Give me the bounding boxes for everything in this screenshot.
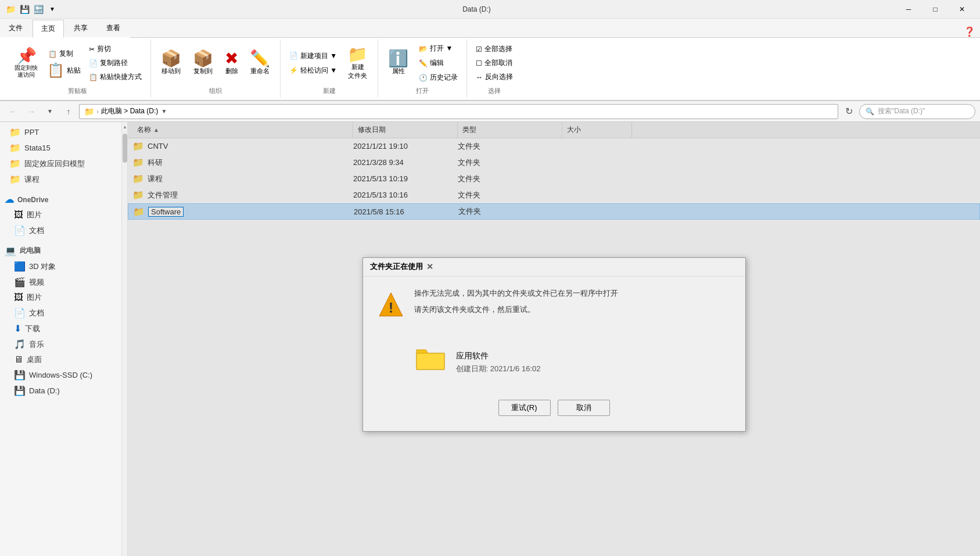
edit-icon: ✏️ bbox=[419, 59, 428, 67]
minimize-button[interactable]: ─ bbox=[895, 0, 922, 19]
ribbon-group-organize: 📦 移动到 📦 复制到 ✖ 删除 ✏️ 重命名 组织 bbox=[151, 40, 281, 98]
tab-file[interactable]: 文件 bbox=[0, 19, 31, 37]
open-buttons: ℹ️ 属性 📂 打开 ▼ ✏️ 编辑 🕐 历史记录 bbox=[383, 42, 462, 84]
dialog-message2: 请关闭该文件夹或文件，然后重试。 bbox=[414, 304, 731, 315]
retry-button[interactable]: 重试(R) bbox=[498, 400, 551, 416]
folder-icon: 📁 bbox=[9, 174, 21, 185]
invert-selection-button[interactable]: ↔ 反向选择 bbox=[472, 70, 517, 84]
rename-button[interactable]: ✏️ 重命名 bbox=[245, 48, 275, 78]
folder-icon: 📁 bbox=[9, 142, 21, 153]
new-label: 新建 bbox=[323, 87, 336, 95]
sidebar-item-music[interactable]: 🎵 音乐 bbox=[0, 336, 121, 352]
move-to-button[interactable]: 📦 移动到 bbox=[156, 48, 186, 78]
search-placeholder: 搜索"Data (D:)" bbox=[878, 106, 925, 116]
folder-icon: 📄 bbox=[14, 307, 26, 318]
edit-button[interactable]: ✏️ 编辑 bbox=[415, 56, 462, 70]
dialog: 文件夹正在使用 ✕ ! 操作无法完成，因为其中的文件夹或文件已在另一程序中打开 … bbox=[362, 257, 746, 432]
drive-icon: 💾 bbox=[14, 370, 26, 381]
cut-button[interactable]: ✂ 剪切 bbox=[85, 42, 146, 56]
open-button[interactable]: 📂 打开 ▼ bbox=[415, 42, 462, 55]
window-controls: ─ □ ✕ bbox=[895, 0, 975, 19]
new-item-button[interactable]: 📄 新建项目 ▼ bbox=[285, 49, 341, 63]
open-icon: 📂 bbox=[419, 45, 428, 53]
clipboard-col: ✂ 剪切 📄 复制路径 📋 粘贴快捷方式 bbox=[85, 42, 146, 84]
select-all-button[interactable]: ☑ 全部选择 bbox=[472, 42, 517, 56]
sidebar-item-3d-objects[interactable]: 🟦 3D 对象 bbox=[0, 259, 121, 274]
folder-icon: ⬇ bbox=[14, 323, 21, 334]
sidebar-item-pictures[interactable]: 🖼 图片 bbox=[0, 207, 121, 223]
new-buttons: 📄 新建项目 ▼ ⚡ 轻松访问 ▼ 📁 新建文件夹 bbox=[285, 42, 373, 84]
save-icon[interactable]: 💾 bbox=[19, 3, 30, 15]
forward-button[interactable]: → bbox=[23, 103, 40, 120]
pin-quick-access-button[interactable]: 📌 固定到快速访问 bbox=[9, 45, 43, 81]
ribbon: 文件 主页 共享 查看 ❓ 📌 固定到快速访问 📋 复制 bbox=[0, 19, 980, 101]
paste-button[interactable]: 📋 粘贴 bbox=[44, 62, 84, 79]
tab-share[interactable]: 共享 bbox=[65, 19, 96, 37]
sidebar-section-this-pc[interactable]: 💻 此电脑 bbox=[0, 243, 121, 259]
easy-access-button[interactable]: ⚡ 轻松访问 ▼ bbox=[285, 64, 341, 77]
search-icon: 🔍 bbox=[866, 107, 874, 116]
new-folder-button[interactable]: 📁 新建文件夹 bbox=[342, 44, 373, 83]
up-button[interactable]: ↑ bbox=[60, 103, 77, 120]
dialog-buttons: 重试(R) 取消 bbox=[363, 390, 745, 428]
ribbon-group-clipboard: 📌 固定到快速访问 📋 复制 📋 粘贴 bbox=[5, 40, 151, 98]
ribbon-group-select: ☑ 全部选择 ☐ 全部取消 ↔ 反向选择 选择 bbox=[467, 40, 522, 98]
delete-button[interactable]: ✖ 删除 bbox=[220, 48, 243, 78]
sidebar-item-downloads[interactable]: ⬇ 下载 bbox=[0, 321, 121, 336]
refresh-button[interactable]: ↻ bbox=[841, 103, 857, 120]
history-button[interactable]: 🕐 历史记录 bbox=[415, 71, 462, 84]
copy-button[interactable]: 📋 复制 bbox=[44, 47, 84, 60]
search-box[interactable]: 🔍 搜索"Data (D:)" bbox=[859, 104, 975, 119]
sidebar-item-videos[interactable]: 🎬 视频 bbox=[0, 274, 121, 290]
sidebar-item-course[interactable]: 📁 课程 bbox=[0, 171, 121, 187]
dialog-folder-info: 应用软件 创建日期: 2021/1/6 16:02 bbox=[456, 351, 541, 374]
cancel-dialog-button[interactable]: 取消 bbox=[558, 400, 610, 416]
dialog-message1: 操作无法完成，因为其中的文件夹或文件已在另一程序中打开 bbox=[414, 288, 731, 299]
sidebar-section-onedrive[interactable]: ☁ OneDrive bbox=[0, 192, 121, 207]
dialog-close-button[interactable]: ✕ bbox=[423, 260, 437, 274]
help-icon[interactable]: ❓ bbox=[964, 26, 975, 37]
scroll-up-btn[interactable]: ▲ bbox=[122, 122, 128, 131]
tab-home[interactable]: 主页 bbox=[33, 20, 64, 38]
window-title: Data (D:) bbox=[58, 5, 895, 13]
folder-icon: 📁 bbox=[9, 127, 21, 138]
dropdown-icon[interactable]: ▼ bbox=[46, 3, 58, 15]
undo-icon[interactable]: 🔙 bbox=[33, 3, 44, 15]
sidebar-item-stata15[interactable]: 📁 Stata15 bbox=[0, 140, 121, 156]
sidebar-item-documents[interactable]: 📄 文档 bbox=[0, 223, 121, 238]
sidebar-item-docs[interactable]: 📄 文档 bbox=[0, 305, 121, 321]
dialog-text: 操作无法完成，因为其中的文件夹或文件已在另一程序中打开 请关闭该文件夹或文件，然… bbox=[414, 288, 731, 315]
dropdown-nav-button[interactable]: ▼ bbox=[42, 103, 58, 120]
address-bar: ← → ▼ ↑ 📁 › 此电脑 > Data (D:) ▼ ↻ 🔍 搜索"Dat… bbox=[0, 101, 980, 122]
sidebar: 📁 PPT 📁 Stata15 📁 固定效应回归模型 📁 课程 ☁ OneDri… bbox=[0, 122, 122, 556]
maximize-button[interactable]: □ bbox=[922, 0, 949, 19]
address-dropdown-button[interactable]: ▼ bbox=[158, 108, 170, 114]
sidebar-item-pics[interactable]: 🖼 图片 bbox=[0, 290, 121, 305]
back-button[interactable]: ← bbox=[5, 103, 21, 120]
copy-icon: 📋 bbox=[48, 50, 57, 58]
path-text: 此电脑 > Data (D:) bbox=[101, 106, 158, 116]
copy-to-icon: 📦 bbox=[193, 51, 213, 67]
sidebar-scroll-thumb[interactable] bbox=[123, 134, 127, 163]
address-path[interactable]: 📁 › 此电脑 > Data (D:) ▼ bbox=[79, 104, 838, 119]
dialog-overlay: 文件夹正在使用 ✕ ! 操作无法完成，因为其中的文件夹或文件已在另一程序中打开 … bbox=[128, 122, 980, 556]
sidebar-item-windows-ssd[interactable]: 💾 Windows-SSD (C:) bbox=[0, 367, 121, 383]
copy-to-button[interactable]: 📦 复制到 bbox=[188, 48, 218, 78]
sidebar-item-ppt[interactable]: 📁 PPT bbox=[0, 124, 121, 140]
copy-path-button[interactable]: 📄 复制路径 bbox=[85, 56, 146, 70]
deselect-all-button[interactable]: ☐ 全部取消 bbox=[472, 56, 517, 70]
organize-label: 组织 bbox=[209, 87, 222, 95]
sidebar-item-fixed-effect[interactable]: 📁 固定效应回归模型 bbox=[0, 156, 121, 171]
paste-shortcut-button[interactable]: 📋 粘贴快捷方式 bbox=[85, 70, 146, 84]
folder-icon: 🎬 bbox=[14, 277, 26, 288]
close-button[interactable]: ✕ bbox=[949, 0, 975, 19]
dialog-title-text: 文件夹正在使用 bbox=[370, 261, 423, 272]
svg-text:!: ! bbox=[389, 300, 393, 315]
sidebar-item-desktop[interactable]: 🖥 桌面 bbox=[0, 352, 121, 367]
sidebar-item-data-d[interactable]: 💾 Data (D:) bbox=[0, 383, 121, 399]
tab-view[interactable]: 查看 bbox=[98, 19, 129, 37]
dialog-body: ! 操作无法完成，因为其中的文件夹或文件已在另一程序中打开 请关闭该文件夹或文件… bbox=[363, 277, 745, 335]
properties-button[interactable]: ℹ️ 属性 bbox=[383, 48, 414, 78]
sidebar-scrollbar[interactable]: ▲ ▼ bbox=[122, 122, 128, 556]
folder-icon: 🖥 bbox=[14, 354, 23, 365]
